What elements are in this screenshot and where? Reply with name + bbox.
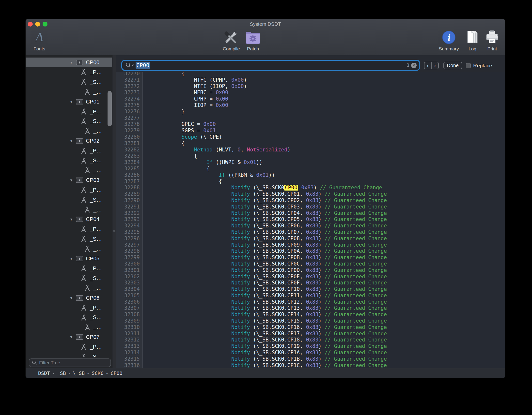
replace-checkbox[interactable] bbox=[466, 63, 471, 68]
code-text: Notify (\_SB.SCK0.CP11, 0x83) // Guarant… bbox=[144, 293, 387, 299]
tree-child-item[interactable]: _P… bbox=[26, 146, 112, 156]
tree-item-cp06[interactable]: ▼ CP06 bbox=[26, 293, 112, 303]
line-number: 32291 bbox=[116, 204, 143, 210]
tree-child-item[interactable]: _P… bbox=[26, 264, 112, 273]
tree-child-item[interactable]: _S… bbox=[26, 156, 112, 165]
disclosure-triangle-icon[interactable]: ▼ bbox=[70, 139, 73, 143]
tree-child-item[interactable]: _P… bbox=[26, 303, 112, 313]
tree-item-label: _… bbox=[94, 89, 102, 95]
tree-item-cp05[interactable]: ▼ CP05 bbox=[26, 254, 112, 264]
line-number: 32286 bbox=[116, 172, 143, 178]
method-icon bbox=[80, 344, 87, 350]
tree-child-item[interactable]: _S… bbox=[26, 195, 112, 205]
code-line: 32298 Notify (\_SB.SCK0.CP0A, 0x83) // G… bbox=[116, 248, 505, 254]
line-number: 32316 bbox=[116, 362, 143, 368]
find-next-button[interactable]: › bbox=[432, 62, 438, 69]
tree-item-label: _P… bbox=[90, 344, 102, 350]
code-text: Notify (\_SB.SCK0.CP19, 0x83) // Guarant… bbox=[144, 343, 387, 350]
tree-child-item[interactable]: _P… bbox=[26, 185, 112, 195]
tree-child-item[interactable]: _P… bbox=[26, 342, 112, 352]
breadcrumb-item[interactable]: CP00 bbox=[110, 370, 122, 376]
tree-child-item[interactable]: _S… bbox=[26, 234, 112, 244]
disclosure-triangle-icon[interactable]: ▼ bbox=[70, 335, 73, 339]
code-line: 32297 Notify (\_SB.SCK0.CP09, 0x83) // G… bbox=[116, 242, 505, 248]
tree-item-label: _… bbox=[94, 167, 102, 174]
code-text: { bbox=[144, 153, 197, 159]
line-number: 32287 bbox=[116, 178, 143, 185]
tree-item-label: _P… bbox=[90, 265, 102, 272]
find-prev-next: ‹ › bbox=[424, 62, 439, 69]
tree-item-label: _P… bbox=[90, 226, 102, 232]
tree-child-item[interactable]: _… bbox=[26, 244, 112, 254]
line-number: 32270 bbox=[116, 72, 143, 77]
line-number: 32306 bbox=[116, 299, 143, 305]
code-text: Notify (\_SB.SCK0.CP1A, 0x83) // Guarant… bbox=[144, 350, 387, 356]
filter-tree-input[interactable]: Filter Tree bbox=[29, 358, 111, 367]
sidebar-scrollbar[interactable] bbox=[108, 91, 112, 126]
tree-item-cp03[interactable]: ▼ CP03 bbox=[26, 175, 112, 185]
breadcrumb-item[interactable]: SCK0 bbox=[92, 370, 104, 376]
line-number: 32307 bbox=[116, 305, 143, 311]
disclosure-triangle-icon[interactable]: ▼ bbox=[70, 61, 73, 64]
code-text: Notify (\_SB.SCK0.CP10, 0x83) // Guarant… bbox=[144, 286, 387, 293]
clear-search-icon[interactable]: ✕ bbox=[411, 63, 417, 68]
code-area[interactable]: 32270 {32271 NTFC (CPHP, 0x00)32272 NTFI… bbox=[116, 72, 505, 368]
tree-child-item[interactable]: _… bbox=[26, 322, 112, 332]
tree-item-cp04[interactable]: ▼ CP04 bbox=[26, 214, 112, 224]
code-line: 32272 NTFI (IIOP, 0x00) bbox=[116, 83, 505, 90]
find-input[interactable]: CP00 3 ✕ bbox=[121, 60, 420, 71]
breadcrumb-item[interactable]: \_SB bbox=[73, 370, 85, 376]
code-text: { bbox=[144, 140, 185, 147]
disclosure-triangle-icon[interactable]: ▼ bbox=[70, 178, 73, 182]
tree-child-item[interactable]: _S… bbox=[26, 352, 112, 357]
search-menu-icon[interactable] bbox=[125, 62, 134, 69]
code-line: 32305 Notify (\_SB.SCK0.CP11, 0x83) // G… bbox=[116, 293, 505, 299]
tree-item-label: _P… bbox=[90, 69, 102, 75]
code-line: 32310 Notify (\_SB.SCK0.CP16, 0x83) // G… bbox=[116, 324, 505, 331]
method-icon bbox=[80, 314, 87, 321]
line-number: 32289 bbox=[116, 191, 143, 197]
line-number: 32290 bbox=[116, 197, 143, 204]
disclosure-triangle-icon[interactable]: ▼ bbox=[70, 218, 73, 221]
tree-child-item[interactable]: _P… bbox=[26, 67, 112, 77]
method-icon bbox=[80, 226, 87, 233]
code-line: 32271 NTFC (CPHP, 0x00) bbox=[116, 77, 505, 83]
method-icon bbox=[80, 148, 87, 154]
code-line: 32284 If ((HWPI & 0x01)) bbox=[116, 159, 505, 166]
code-lines: 32270 {32271 NTFC (CPHP, 0x00)32272 NTFI… bbox=[116, 72, 505, 368]
tree-item-label: _P… bbox=[90, 305, 102, 311]
disclosure-triangle-icon[interactable]: ▼ bbox=[70, 257, 73, 260]
tree-child-item[interactable]: _… bbox=[26, 283, 112, 293]
code-line: 32281 { bbox=[116, 140, 505, 147]
toolbar-item-patch[interactable]: Patch bbox=[238, 30, 268, 52]
tree-item-cp02[interactable]: ▼ CP02 bbox=[26, 136, 112, 146]
disclosure-triangle-icon[interactable]: ▼ bbox=[70, 100, 73, 104]
toolbar-item-fonts[interactable]: A Fonts bbox=[26, 30, 54, 52]
tree-child-item[interactable]: _S… bbox=[26, 116, 112, 126]
disclosure-triangle-icon[interactable]: ▼ bbox=[70, 296, 73, 300]
toolbar-item-print[interactable]: Print bbox=[477, 30, 505, 52]
tree-child-item[interactable]: _… bbox=[26, 205, 112, 215]
breadcrumb-item[interactable]: DSDT bbox=[38, 370, 50, 376]
tree-child-item[interactable]: _… bbox=[26, 165, 112, 175]
find-previous-button[interactable]: ‹ bbox=[424, 62, 432, 69]
done-button[interactable]: Done bbox=[443, 62, 462, 69]
breadcrumb-item[interactable]: _SB bbox=[57, 370, 66, 376]
code-text: Scope (\_GPE) bbox=[144, 134, 222, 140]
code-text: Notify (\_SB.SCK0.CP18, 0x83) // Guarant… bbox=[144, 337, 387, 343]
tree-item-cp01[interactable]: ▼ CP01 bbox=[26, 97, 112, 107]
tree-child-item[interactable]: _S… bbox=[26, 77, 112, 87]
method-icon bbox=[80, 187, 87, 193]
code-line: 32276 } bbox=[116, 109, 505, 115]
tree-child-item[interactable]: _S… bbox=[26, 273, 112, 283]
tree-child-item[interactable]: _P… bbox=[26, 107, 112, 117]
line-number: 32309 bbox=[116, 318, 143, 324]
tree-child-item[interactable]: _… bbox=[26, 126, 112, 136]
tree-child-item[interactable]: _S… bbox=[26, 312, 112, 322]
window-chrome: System DSDT A Fonts Com bbox=[26, 19, 505, 56]
code-text: IIOP = 0x00 bbox=[144, 102, 228, 109]
tree-child-item[interactable]: _… bbox=[26, 87, 112, 97]
tree-child-item[interactable]: _P… bbox=[26, 224, 112, 234]
tree-item-cp07[interactable]: ▼ CP07 bbox=[26, 332, 112, 342]
tree-item-cp00[interactable]: ▼ CP00 bbox=[26, 58, 112, 67]
